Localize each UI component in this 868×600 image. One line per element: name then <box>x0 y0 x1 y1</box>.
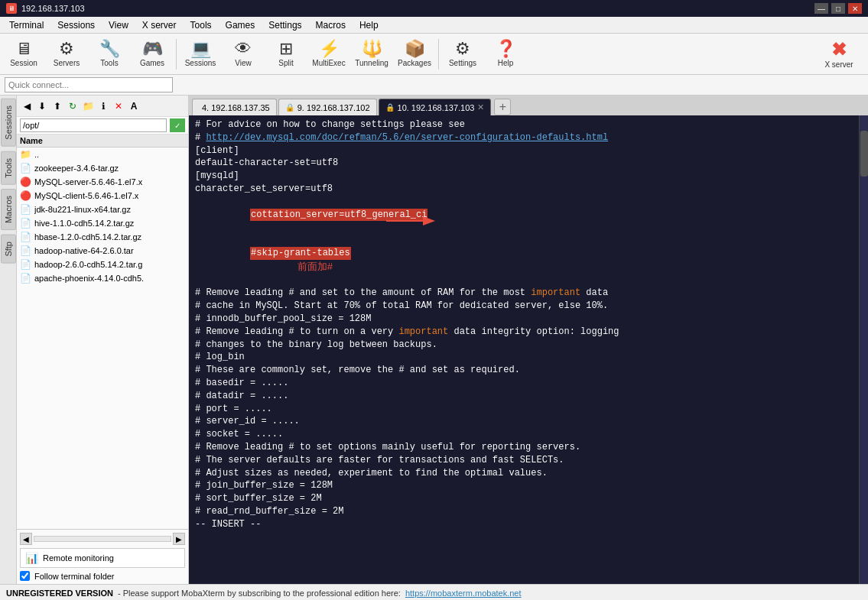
toolbar-view[interactable]: 👁 View <box>223 36 264 73</box>
file-tool-back[interactable]: ◀ <box>20 99 34 113</box>
status-message: - Please support MobaXterm by subscribin… <box>118 589 401 598</box>
session-icon: 🖥 <box>15 41 32 57</box>
side-tab-macros[interactable]: Macros <box>1 189 16 230</box>
monitor-icon: 📊 <box>25 552 38 564</box>
scroll-track[interactable] <box>860 115 868 584</box>
scroll-thumb[interactable] <box>860 131 868 177</box>
term-line: cottation_server=utf8_general_ci <box>195 196 853 234</box>
tab-1[interactable]: 4. 192.168.137.35 <box>192 99 277 115</box>
side-tab-tools[interactable]: Tools <box>1 151 16 185</box>
toolbar-multiexec[interactable]: ⚡ MultiExec <box>308 36 349 73</box>
file-tool-new-folder[interactable]: 📁 <box>81 99 95 113</box>
close-button[interactable]: ✕ <box>848 3 862 14</box>
side-tabs: Sessions Tools Macros Sftp <box>0 96 17 584</box>
menu-settings[interactable]: Settings <box>262 18 307 32</box>
term-line: # cache in MySQL. Start at 70% of total … <box>195 300 853 313</box>
path-ok-button[interactable]: ✓ <box>170 118 185 132</box>
list-item[interactable]: 📄 hbase-1.2.0-cdh5.14.2.tar.gz <box>17 230 188 244</box>
toolbar-games[interactable]: 🎮 Games <box>132 36 173 73</box>
toolbar-session[interactable]: 🖥 Session <box>3 36 44 73</box>
list-item[interactable]: 📄 hadoop-2.6.0-cdh5.14.2.tar.g <box>17 258 188 271</box>
term-line: #skip-grant-tables 前面加# <box>195 234 853 287</box>
side-tab-sessions[interactable]: Sessions <box>1 99 16 147</box>
remote-monitoring-button[interactable]: 📊 Remote monitoring <box>20 548 185 568</box>
scroll-track[interactable] <box>34 536 171 542</box>
list-item[interactable]: 🔴 MySQL-server-5.6.46-1.el7.x <box>17 175 188 189</box>
follow-terminal-checkbox[interactable] <box>20 571 30 581</box>
servers-icon: ⚙ <box>59 41 74 57</box>
terminal-wrapper: # For advice on how to change settings p… <box>189 115 868 584</box>
status-bar: UNREGISTERED VERSION - Please support Mo… <box>0 584 868 600</box>
menu-sessions[interactable]: Sessions <box>51 18 101 32</box>
menu-terminal[interactable]: Terminal <box>3 18 50 32</box>
toolbar: 🖥 Session ⚙ Servers 🔧 Tools 🎮 Games 💻 Se… <box>0 34 868 75</box>
tab-3[interactable]: 🔒 10. 192.168.137.103 ✕ <box>379 99 492 115</box>
toolbar-servers[interactable]: ⚙ Servers <box>46 36 87 73</box>
menu-help[interactable]: Help <box>353 18 385 32</box>
list-item[interactable]: 📄 hive-1.1.0-cdh5.14.2.tar.gz <box>17 216 188 230</box>
file-tool-download[interactable]: ⬇ <box>35 99 49 113</box>
term-line: # datadir = ..... <box>195 390 853 403</box>
horizontal-scrollbar[interactable]: ◀ ▶ <box>20 533 185 545</box>
term-line: # Remove leading # and set to the amount… <box>195 287 853 300</box>
quick-connect-input[interactable] <box>5 77 173 92</box>
tab-close-button[interactable]: ✕ <box>477 102 484 112</box>
unregistered-label: UNREGISTERED VERSION <box>6 589 113 598</box>
menu-tools[interactable]: Tools <box>184 18 218 32</box>
terminal-content[interactable]: # For advice on how to change settings p… <box>189 115 859 584</box>
follow-terminal-label[interactable]: Follow terminal folder <box>20 571 185 581</box>
term-line: # http://dev.mysql.com/doc/refman/5.6/en… <box>195 131 853 144</box>
games-icon: 🎮 <box>142 41 163 57</box>
file-icon: 📄 <box>20 218 31 229</box>
sessions-icon: 💻 <box>190 41 211 57</box>
toolbar-help[interactable]: ❓ Help <box>485 36 526 73</box>
toolbar-sessions[interactable]: 💻 Sessions <box>180 36 221 73</box>
scroll-left-btn[interactable]: ◀ <box>20 533 32 545</box>
side-tab-sftp[interactable]: Sftp <box>1 235 16 264</box>
maximize-button[interactable]: □ <box>831 3 845 14</box>
list-item[interactable]: 📁 .. <box>17 148 188 161</box>
scroll-right-btn[interactable]: ▶ <box>173 533 185 545</box>
toolbar-tools[interactable]: 🔧 Tools <box>89 36 130 73</box>
name-column-header: Name <box>20 136 43 145</box>
toolbar-sep1 <box>176 39 177 70</box>
tunneling-icon: 🔱 <box>362 41 382 57</box>
toolbar-split[interactable]: ⊞ Split <box>265 36 307 73</box>
menu-xserver[interactable]: X server <box>136 18 183 32</box>
toolbar-packages[interactable]: 📦 Packages <box>394 36 435 73</box>
term-line: # Remove leading # to turn on a very imp… <box>195 326 853 339</box>
menu-view[interactable]: View <box>102 18 135 32</box>
menu-games[interactable]: Games <box>219 18 262 32</box>
terminal-scrollbar[interactable] <box>859 115 868 584</box>
tab-2[interactable]: 🔒 9. 192.168.137.102 <box>278 99 377 115</box>
toolbar-tunneling[interactable]: 🔱 Tunneling <box>351 36 392 73</box>
list-item[interactable]: 📄 apache-phoenix-4.14.0-cdh5. <box>17 271 188 285</box>
term-line: # For advice on how to change settings p… <box>195 118 853 131</box>
list-item[interactable]: 📄 zookeeper-3.4.6-tar.gz <box>17 161 188 175</box>
menu-macros[interactable]: Macros <box>310 18 352 32</box>
list-item[interactable]: 🔴 MySQL-client-5.6.46-1.el7.x <box>17 189 188 203</box>
file-tool-text[interactable]: A <box>127 99 141 113</box>
file-tool-delete[interactable]: ✕ <box>112 99 125 113</box>
term-line: # Remove leading # to set options mainly… <box>195 441 853 454</box>
term-line: # The server defaults are faster for tra… <box>195 454 853 467</box>
split-icon: ⊞ <box>279 41 293 57</box>
status-link[interactable]: https://mobaxterm.mobatek.net <box>405 589 522 598</box>
file-tool-upload[interactable]: ⬆ <box>50 99 64 113</box>
path-input[interactable] <box>20 118 167 132</box>
tab-lock-icon: 🔒 <box>285 103 294 112</box>
file-tool-refresh[interactable]: ↻ <box>66 99 80 113</box>
file-toolbar: ◀ ⬇ ⬆ ↻ 📁 ℹ ✕ A <box>17 96 188 117</box>
list-item[interactable]: 📄 hadoop-native-64-2.6.0.tar <box>17 244 188 258</box>
minimize-button[interactable]: — <box>814 3 828 14</box>
toolbar-settings[interactable]: ⚙ Settings <box>442 36 483 73</box>
terminal-area: 4. 192.168.137.35 🔒 9. 192.168.137.102 🔒… <box>189 96 868 584</box>
rpm-icon: 🔴 <box>20 177 31 187</box>
file-tool-info[interactable]: ℹ <box>96 99 110 113</box>
path-bar: ✓ <box>17 117 188 135</box>
tab-add-button[interactable]: + <box>494 99 511 115</box>
app-icon: 🖥 <box>6 3 17 14</box>
toolbar-xserver[interactable]: ✖ X server <box>813 36 865 73</box>
list-item[interactable]: 📄 jdk-8u221-linux-x64.tar.gz <box>17 203 188 216</box>
term-line: # server_id = ..... <box>195 415 853 428</box>
